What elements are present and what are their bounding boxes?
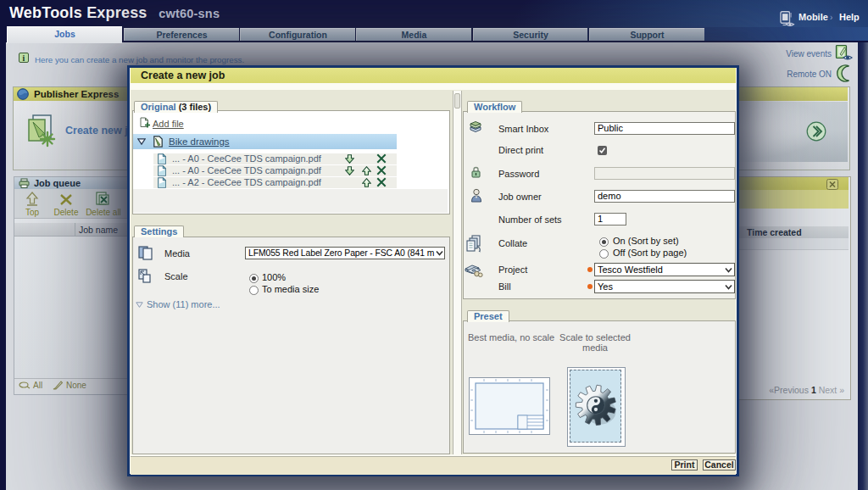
svg-text:i: i xyxy=(23,53,25,63)
